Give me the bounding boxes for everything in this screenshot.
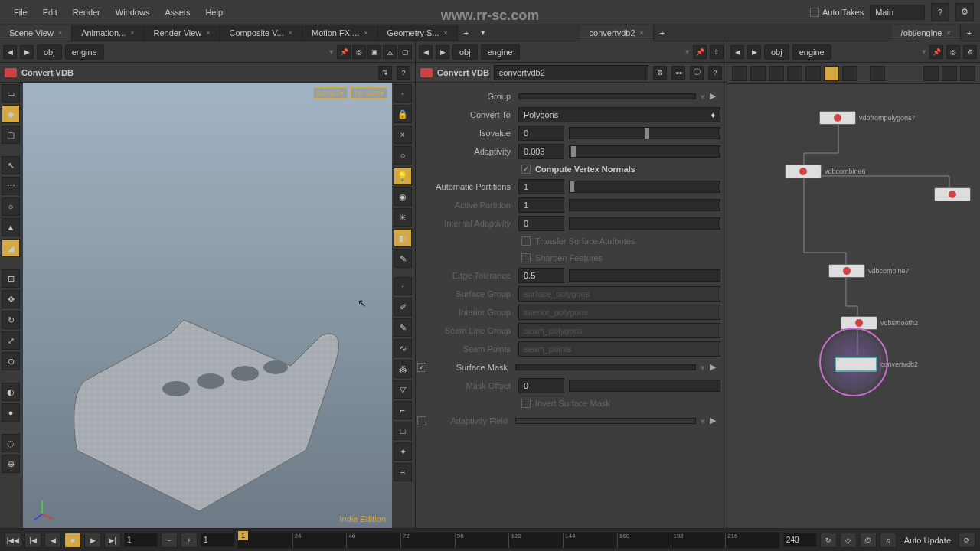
corner-icon[interactable]: ⌐	[394, 401, 412, 419]
tab-motion-fx[interactable]: Motion FX ...×	[302, 25, 378, 41]
brush-icon[interactable]: ✐	[394, 298, 412, 316]
pin-icon[interactable]: 📌	[693, 45, 707, 59]
gear-icon[interactable]: ⚙	[956, 3, 974, 21]
node-unnamed[interactable]	[934, 187, 974, 201]
close-icon[interactable]: ×	[946, 29, 950, 37]
play-back-button[interactable]: ◀	[44, 533, 61, 548]
menu-assets[interactable]: Assets	[157, 5, 198, 20]
curve-icon[interactable]: ∿	[394, 339, 412, 357]
end-frame-field[interactable]	[783, 533, 817, 547]
first-frame-button[interactable]: |◀◀	[5, 533, 21, 548]
pin-icon[interactable]: 📌	[337, 45, 351, 59]
tab-menu-button[interactable]: ▾	[475, 28, 492, 37]
sphere-tool[interactable]: ●	[2, 403, 20, 422]
take-selector[interactable]: Main	[870, 5, 925, 20]
node-convertvdb2[interactable]: convertvdb2	[835, 357, 918, 372]
spray-icon[interactable]: ⁂	[394, 360, 412, 378]
circle-tool[interactable]: ○	[2, 197, 20, 216]
net-tool[interactable]: ⊕	[2, 455, 20, 473]
select-tool[interactable]: ▭	[2, 84, 20, 103]
add-tab-button[interactable]: +	[458, 28, 475, 37]
tab-composite[interactable]: Composite V...×	[220, 25, 302, 41]
close-icon[interactable]: ×	[206, 29, 210, 37]
next-key-button[interactable]: ▶|	[104, 533, 121, 548]
bulb-icon[interactable]: ◉	[394, 187, 412, 206]
frame-field-1[interactable]	[124, 533, 158, 547]
play-icon[interactable]: ▶	[710, 362, 720, 373]
selected-icon[interactable]: ◧	[394, 229, 412, 247]
add-tab-button[interactable]: +	[654, 28, 671, 37]
close-icon[interactable]: ×	[640, 29, 644, 37]
plus-button[interactable]: +	[181, 533, 198, 548]
viewport-canvas[interactable]: persp1▾ no cam▾ Indie Edition ↖	[23, 83, 392, 528]
menu-render[interactable]: Render	[65, 5, 108, 20]
menu-edit[interactable]: Edit	[35, 5, 65, 20]
play-button[interactable]: ▶	[84, 533, 101, 548]
cam-badge[interactable]: no cam▾	[351, 87, 387, 99]
layers-icon[interactable]: ≡	[394, 463, 412, 481]
highlight-tool[interactable]: ◢	[2, 239, 20, 257]
diamond-tool[interactable]: ◆	[2, 105, 20, 123]
lock-icon[interactable]: 🔒	[394, 105, 412, 123]
tab-scene-view[interactable]: Scene View×	[0, 25, 72, 41]
circle-icon[interactable]: ○	[394, 146, 412, 165]
grid-small-icon[interactable]	[769, 66, 784, 81]
timeline-ruler[interactable]: 1 24 48 72 96 120 144 168 192 216	[237, 532, 780, 549]
node-vdbcombine7[interactable]: vdbcombine7	[828, 264, 910, 278]
forward-button[interactable]: ▶	[20, 45, 34, 59]
back-button[interactable]: ◀	[3, 45, 17, 59]
note-icon[interactable]	[824, 66, 839, 81]
square-icon[interactable]: □	[394, 422, 412, 440]
grid-tool[interactable]: ⊞	[2, 269, 20, 288]
filter-icon[interactable]: ⇅	[378, 66, 392, 80]
current-frame-marker[interactable]: 1	[238, 531, 248, 540]
ghost-icon[interactable]: ◬	[383, 45, 397, 59]
path-obj[interactable]: obj	[452, 44, 478, 60]
tab-animation[interactable]: Animation...×	[72, 25, 144, 41]
close-icon[interactable]: ×	[443, 29, 447, 37]
grid-large-icon[interactable]	[750, 66, 766, 81]
box-tool[interactable]: ▢	[2, 126, 20, 144]
path-obj[interactable]: obj	[764, 44, 789, 60]
tab-convertvdb[interactable]: convertvdb2×	[580, 25, 654, 41]
rocket-tool[interactable]: ▲	[2, 218, 20, 236]
path-obj[interactable]: obj	[37, 44, 62, 60]
gear-icon[interactable]: ⚙	[963, 45, 977, 59]
eye-icon[interactable]: ◦	[394, 84, 412, 103]
forward-button[interactable]: ▶	[436, 45, 449, 59]
target-icon[interactable]: ◎	[946, 45, 960, 59]
wire-icon[interactable]	[923, 66, 939, 81]
link-icon[interactable]: ⫘	[671, 66, 685, 80]
close-icon[interactable]: ×	[289, 29, 292, 37]
path-engine[interactable]: engine	[481, 44, 520, 60]
columns-icon[interactable]	[787, 66, 802, 81]
close-icon[interactable]: ×	[58, 29, 62, 37]
help-icon[interactable]: ?	[397, 66, 410, 80]
x-icon[interactable]: ×	[394, 126, 412, 144]
close-icon[interactable]: ×	[130, 29, 134, 37]
adaptivity-field-toggle[interactable]	[417, 416, 426, 425]
target-icon[interactable]: ◎	[352, 45, 366, 59]
menu-help[interactable]: Help	[198, 5, 230, 20]
isovalue-field[interactable]	[518, 126, 564, 141]
snap-tool[interactable]: ⊙	[2, 352, 20, 370]
auto-partitions-slider[interactable]	[569, 181, 720, 193]
isovalue-slider[interactable]	[569, 127, 720, 139]
list-icon[interactable]	[732, 66, 747, 81]
globe-tool[interactable]: ◐	[2, 383, 20, 401]
menu-windows[interactable]: Windows	[108, 5, 158, 20]
pen-icon[interactable]: ✎	[394, 318, 412, 337]
box-icon[interactable]	[805, 66, 821, 81]
dot-icon[interactable]: ·	[394, 277, 412, 295]
add-tab-button[interactable]: +	[961, 28, 978, 37]
network-canvas[interactable]: vdbfrompolygons7 vdbcombine6 vdbcombine7…	[727, 84, 980, 528]
tab-geometry[interactable]: Geometry S...×	[378, 25, 458, 41]
rotate-tool[interactable]: ↻	[2, 311, 20, 329]
surface-mask-field[interactable]	[515, 364, 696, 370]
arrow-tool[interactable]: ↖	[2, 156, 20, 174]
gear-icon[interactable]: ⚙	[653, 66, 667, 80]
move-tool[interactable]: ✥	[2, 290, 20, 308]
info-icon[interactable]: ⓘ	[690, 66, 704, 80]
sparkle-icon[interactable]: ✦	[394, 442, 412, 461]
light-icon[interactable]: 💡	[394, 167, 412, 185]
